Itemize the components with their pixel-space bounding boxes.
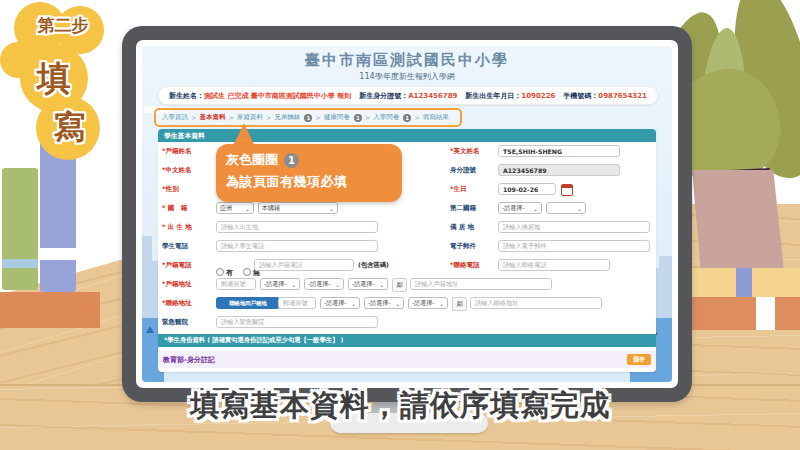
contact-address-placeholder: 請輸入聯絡地址 [475,299,518,308]
birthday-value: 109-02-26 [503,186,538,193]
email-input[interactable]: 請輸入電子郵件 [498,240,650,252]
contact-zip-placeholder: 郵遞區號 [283,299,308,308]
second-nationality-value: -請選擇- [502,204,524,213]
contact-village-select[interactable]: -請選擇-⌄ [408,297,448,309]
contact-district-select[interactable]: -請選擇-⌄ [364,297,404,309]
chevron-down-icon: ⌄ [329,205,334,212]
household-village-select[interactable]: -請選擇-⌄ [348,278,388,290]
household-city-select[interactable]: -請選擇-⌄ [260,278,300,290]
household-district-select[interactable]: -請選擇-⌄ [304,278,344,290]
breadcrumb-item-siblings[interactable]: 兄弟姊妹 [274,113,300,122]
nationality-region-select[interactable]: 亞洲⌄ [216,202,254,214]
label-household-name: *戶籍姓名 [162,147,191,156]
english-name-value: TSE,SHIH-SHENG [503,148,562,155]
moe-identity-row: 教育部-身分註記 儲存 [158,351,656,368]
book-green [2,168,38,290]
household-address-input[interactable]: 請輸入戶籍地址 [410,278,552,290]
english-name-input[interactable]: TSE,SHIH-SHENG [498,145,620,157]
monitor: 臺中市南區測試國民中小學 114學年度新生報到入學網 新生姓名：測試生 已完成 … [122,26,692,402]
label-email: 電子郵件 [450,242,476,251]
breadcrumb-separator: > [315,114,320,122]
select-placeholder: -請選擇- [368,299,390,308]
second-nationality-select[interactable]: -請選擇-⌄ [498,202,542,214]
same-as-household-button[interactable]: 聯絡地同戶籍地 [216,297,280,309]
breadcrumb-separator: > [191,114,196,122]
info-name: 新生姓名：測試生 已完成 臺中市南區測試國民中小學 報到 [169,91,351,101]
book-blue [40,142,76,292]
page-title: 臺中市南區測試國民中小學 [142,51,672,70]
label-birthday: *生日 [450,185,466,194]
breadcrumb-item-family-data[interactable]: 家庭資料 [237,113,263,122]
breadcrumb-item-health-survey[interactable]: 健康問卷 [324,113,350,122]
plant-pot [688,170,792,268]
required-count-badge: 1 [354,114,362,122]
info-birth-value: 1090226 [521,92,555,100]
overseas-input[interactable]: 請輸入僑居地 [498,221,650,233]
nationality-region-value: 亞洲 [220,204,232,213]
book-yellow [686,268,800,297]
second-nationality-sub-select[interactable]: ⌄ [546,202,586,214]
required-count-badge: 1 [304,114,312,122]
contact-address-input[interactable]: 請輸入聯絡地址 [470,297,602,309]
breadcrumb-item-result[interactable]: 填寫結果 [423,113,449,122]
calendar-icon[interactable] [561,184,573,196]
radio-has-phone[interactable] [216,268,224,276]
breadcrumb-separator: > [228,114,233,122]
save-button[interactable]: 儲存 [627,354,651,365]
household-phone-input[interactable]: 請輸入戶籍電話 [254,259,354,271]
household-address-placeholder: 請輸入戶籍地址 [415,280,458,289]
id-number-input: A123456789 [498,164,620,176]
radio-no-phone[interactable] [243,268,251,276]
breadcrumb-separator: > [414,114,419,122]
book-orange-right [684,297,800,330]
chevron-down-icon: ⌄ [439,300,444,307]
chevron-down-icon: ⌄ [395,300,400,307]
birthplace-input[interactable]: 請輸入出生地 [216,221,378,233]
info-name-value: 測試生 已完成 臺中市南區測試國民中小學 報到 [204,92,351,100]
nationality-select[interactable]: 本國籍⌄ [258,202,338,214]
info-birth-label: 新生出生年月日： [465,92,521,100]
breadcrumb-item-enroll-info[interactable]: 入學資訊 [162,113,188,122]
callout-count-badge: 1 [284,153,299,168]
contact-city-select[interactable]: -請選擇-⌄ [320,297,360,309]
select-placeholder: -請選擇- [324,299,346,308]
label-household-phone: *戶籍電話 [162,261,191,270]
birthday-input[interactable]: 109-02-26 [498,183,556,195]
id-number-value: A123456789 [503,167,547,174]
info-id-label: 新生身分證號： [359,92,408,100]
student-phone-placeholder: 請輸入學生電話 [221,242,264,251]
info-birth: 新生出生年月日：1090226 [465,91,555,101]
contact-zip-input[interactable]: 郵遞區號 [278,297,316,309]
screen: 臺中市南區測試國民中小學 114學年度新生報到入學網 新生姓名：測試生 已完成 … [136,40,678,388]
birthplace-placeholder: 請輸入出生地 [221,223,258,232]
contact-phone-input[interactable]: 請輸入聯絡電話 [498,259,610,271]
page-subtitle: 114學年度新生報到入學網 [142,71,672,82]
step-badge-char2: 寫 [40,106,98,150]
callout-line1: 灰色圈圈 [226,151,278,169]
label-second-nationality: 第二國籍 [450,204,476,213]
label-emergency-hospital: 緊急醫院 [162,318,188,327]
chevron-down-icon: ⌄ [379,281,384,288]
info-id: 新生身分證號：A123456789 [359,91,457,101]
label-contact-address: *聯絡地址 [162,299,191,308]
nationality-value: 本國籍 [262,204,280,213]
bookmark [736,268,752,297]
emergency-hospital-input[interactable]: 請輸入緊急醫院 [216,316,378,328]
select-placeholder: -請選擇- [308,280,330,289]
household-zip-input[interactable]: 郵遞區號 [216,278,256,290]
student-phone-input[interactable]: 請輸入學生電話 [216,240,378,252]
select-placeholder: -請選擇- [412,299,434,308]
label-chinese-name: *中文姓名 [162,166,191,175]
breadcrumb-item-enroll-survey[interactable]: 入學問卷 [373,113,399,122]
overseas-placeholder: 請輸入僑居地 [503,223,540,232]
household-neighbor-box[interactable]: 鄰 [392,278,407,292]
breadcrumb-item-basic-data[interactable]: 基本資料 [199,113,225,122]
webpage: 臺中市南區測試國民中小學 114學年度新生報到入學網 新生姓名：測試生 已完成 … [142,46,672,382]
chevron-down-icon: ⌄ [291,281,296,288]
contact-neighbor-box[interactable]: 鄰 [452,297,467,311]
label-nationality: * 國 籍 [162,204,187,213]
student-info-bar: 新生姓名：測試生 已完成 臺中市南區測試國民中小學 報到 新生身分證號：A123… [158,86,658,105]
breadcrumb-separator: > [365,114,370,122]
info-phone-label: 手機號碼： [563,92,598,100]
area-code-note: (包含區碼) [358,261,389,270]
